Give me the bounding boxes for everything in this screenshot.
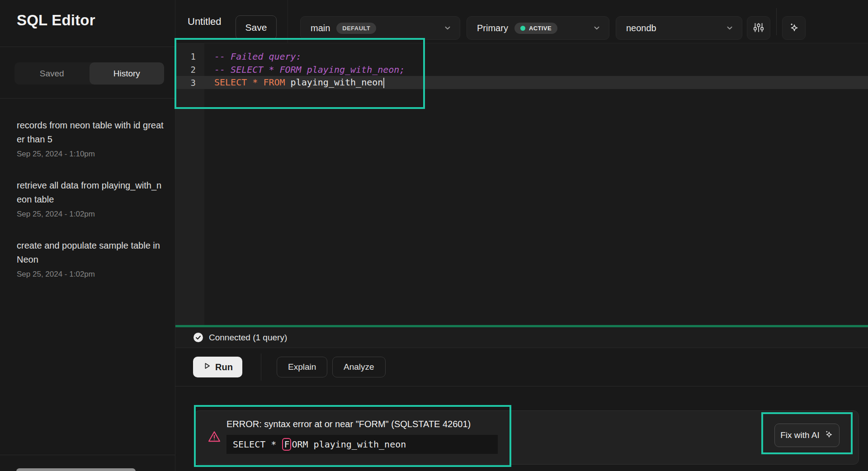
document-title: Untitled: [188, 0, 222, 43]
database-dropdown[interactable]: neondb: [616, 16, 742, 40]
results-panel: ERROR: syntax error at or near "FORM" (S…: [175, 386, 868, 471]
history-item-timestamp: Sep 25, 2024 - 1:10pm: [17, 150, 166, 159]
database-name: neondb: [626, 23, 656, 33]
history-item[interactable]: create and populate sample table in Neon…: [17, 239, 166, 279]
history-item[interactable]: retrieve all data from playing_with_neon…: [17, 179, 166, 219]
page-title: SQL Editor: [17, 12, 95, 29]
history-item-timestamp: Sep 25, 2024 - 1:02pm: [17, 210, 166, 219]
line-number: 3: [175, 78, 204, 88]
connection-status-text: Connected (1 query): [209, 333, 287, 343]
history-list: records from neon table with id greater …: [17, 118, 166, 299]
code-line[interactable]: 1-- Failed query:: [175, 50, 868, 63]
action-bar-divider: [261, 353, 261, 381]
sidebar-divider: [0, 98, 175, 99]
sidebar-bottom-handle[interactable]: [16, 468, 136, 471]
query-action-bar: Run Explain Analyze: [175, 348, 868, 386]
run-button[interactable]: Run: [193, 357, 242, 377]
text-cursor: [383, 78, 384, 88]
sidebar: SQL Editor Saved History records from ne…: [0, 0, 175, 471]
compute-dropdown[interactable]: Primary ACTIVE: [467, 16, 609, 40]
history-item[interactable]: records from neon table with id greater …: [17, 118, 166, 159]
line-code: -- SELECT * FORM playing_with_neon;: [204, 64, 405, 75]
ai-assistant-button[interactable]: [782, 16, 806, 40]
connection-statusbar: Connected (1 query): [175, 327, 868, 348]
line-number: 1: [175, 52, 204, 61]
chevron-down-icon: [593, 24, 601, 32]
sparkle-icon: [824, 429, 834, 442]
error-card: ERROR: syntax error at or near "FORM" (S…: [194, 410, 859, 465]
sql-code-editor[interactable]: 1-- Failed query:2-- SELECT * FORM playi…: [175, 43, 868, 325]
save-button[interactable]: Save: [236, 15, 277, 40]
line-code: SELECT * FROM playing_with_neon: [204, 77, 384, 88]
active-status-dot: [520, 26, 525, 31]
analyze-button[interactable]: Analyze: [332, 357, 386, 377]
play-icon: [203, 362, 211, 372]
code-lines: 1-- Failed query:2-- SELECT * FORM playi…: [175, 50, 868, 89]
editor-toolbar: Untitled Save main DEFAULT Primary ACTIV…: [175, 0, 868, 43]
active-badge: ACTIVE: [514, 23, 557, 34]
explain-button[interactable]: Explain: [277, 357, 327, 377]
branch-name: main: [311, 23, 330, 33]
fix-with-ai-label: Fix with AI: [780, 430, 820, 440]
branch-dropdown[interactable]: main DEFAULT: [300, 16, 460, 40]
fix-with-ai-button[interactable]: Fix with AI: [774, 424, 840, 447]
code-line[interactable]: 3SELECT * FROM playing_with_neon: [175, 76, 868, 89]
error-query-snippet: SELECT * FORM playing_with_neon: [226, 435, 498, 454]
line-number: 2: [175, 65, 204, 75]
code-line[interactable]: 2-- SELECT * FORM playing_with_neon;: [175, 63, 868, 76]
settings-sliders-button[interactable]: [747, 16, 770, 40]
chevron-down-icon: [443, 24, 452, 32]
compute-name: Primary: [477, 23, 508, 33]
default-badge: DEFAULT: [336, 23, 376, 34]
active-badge-label: ACTIVE: [529, 25, 552, 32]
error-message: ERROR: syntax error at or near "FORM" (S…: [226, 419, 471, 429]
error-highlight-char: F: [282, 438, 291, 451]
tab-saved[interactable]: Saved: [14, 62, 90, 85]
run-button-label: Run: [215, 362, 233, 372]
sliders-icon: [753, 22, 764, 35]
connected-check-icon: [193, 332, 203, 343]
line-code: -- Failed query:: [204, 51, 302, 62]
history-item-timestamp: Sep 25, 2024 - 1:02pm: [17, 270, 166, 279]
history-item-title: records from neon table with id greater …: [17, 118, 166, 146]
history-item-title: create and populate sample table in Neon: [17, 239, 166, 267]
chevron-down-icon: [726, 24, 734, 32]
toolbar-divider: [776, 8, 777, 35]
sparkle-icon: [788, 22, 800, 35]
error-code-suffix: ORM playing_with_neon: [292, 439, 406, 450]
saved-history-tabs: Saved History: [14, 62, 164, 85]
sidebar-divider: [0, 455, 175, 455]
error-code-prefix: SELECT *: [233, 439, 282, 450]
warning-triangle-icon: [208, 430, 221, 445]
tab-history[interactable]: History: [90, 62, 165, 85]
history-item-title: retrieve all data from playing_with_neon…: [17, 179, 166, 207]
sql-editor-app: SQL Editor Saved History records from ne…: [0, 0, 868, 471]
toolbar-divider: [288, 0, 288, 43]
sidebar-divider: [0, 47, 175, 47]
